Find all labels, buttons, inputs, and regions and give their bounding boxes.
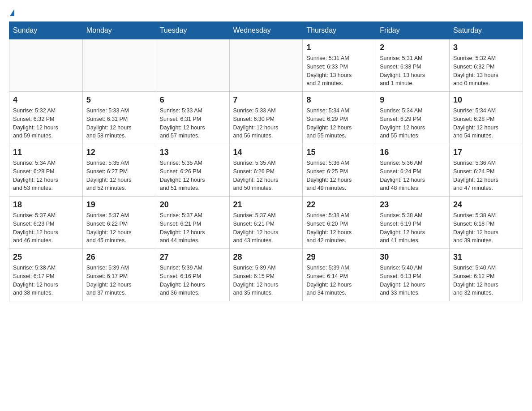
- logo-triangle-icon: [10, 9, 14, 16]
- day-number: 22: [306, 200, 372, 210]
- day-info: Sunrise: 5:31 AMSunset: 6:33 PMDaylight:…: [306, 54, 372, 88]
- day-info: Sunrise: 5:40 AMSunset: 6:12 PMDaylight:…: [453, 264, 519, 297]
- calendar-week-row: 25Sunrise: 5:38 AMSunset: 6:17 PMDayligh…: [9, 249, 523, 301]
- day-info: Sunrise: 5:37 AMSunset: 6:22 PMDaylight:…: [86, 211, 152, 245]
- day-number: 4: [13, 95, 79, 105]
- header: [9, 9, 523, 17]
- day-info: Sunrise: 5:38 AMSunset: 6:18 PMDaylight:…: [453, 211, 519, 245]
- day-info: Sunrise: 5:37 AMSunset: 6:21 PMDaylight:…: [160, 211, 226, 245]
- day-info: Sunrise: 5:33 AMSunset: 6:31 PMDaylight:…: [86, 107, 152, 140]
- day-info: Sunrise: 5:32 AMSunset: 6:32 PMDaylight:…: [13, 107, 79, 140]
- day-info: Sunrise: 5:34 AMSunset: 6:28 PMDaylight:…: [13, 159, 79, 193]
- calendar-cell: 26Sunrise: 5:39 AMSunset: 6:17 PMDayligh…: [82, 249, 156, 301]
- day-number: 25: [13, 253, 79, 262]
- day-number: 2: [380, 43, 446, 52]
- day-number: 31: [453, 253, 519, 262]
- calendar-cell: 10Sunrise: 5:34 AMSunset: 6:28 PMDayligh…: [450, 92, 523, 144]
- day-info: Sunrise: 5:38 AMSunset: 6:20 PMDaylight:…: [306, 211, 372, 245]
- day-number: 1: [306, 43, 372, 52]
- day-number: 28: [233, 253, 299, 262]
- day-info: Sunrise: 5:32 AMSunset: 6:32 PMDaylight:…: [453, 54, 519, 88]
- day-info: Sunrise: 5:38 AMSunset: 6:17 PMDaylight:…: [13, 264, 79, 297]
- day-info: Sunrise: 5:39 AMSunset: 6:17 PMDaylight:…: [86, 264, 152, 297]
- calendar-cell: [156, 39, 229, 92]
- day-number: 3: [453, 43, 519, 52]
- day-number: 24: [453, 200, 519, 210]
- calendar-cell: 8Sunrise: 5:34 AMSunset: 6:29 PMDaylight…: [303, 92, 376, 144]
- day-number: 13: [160, 148, 226, 157]
- column-header-thursday: Thursday: [303, 22, 376, 39]
- calendar-header-row: SundayMondayTuesdayWednesdayThursdayFrid…: [9, 22, 523, 39]
- day-number: 6: [160, 95, 226, 105]
- calendar-cell: [229, 39, 303, 92]
- day-info: Sunrise: 5:39 AMSunset: 6:15 PMDaylight:…: [233, 264, 299, 297]
- day-info: Sunrise: 5:35 AMSunset: 6:27 PMDaylight:…: [86, 159, 152, 193]
- calendar-cell: 31Sunrise: 5:40 AMSunset: 6:12 PMDayligh…: [450, 249, 523, 301]
- day-info: Sunrise: 5:34 AMSunset: 6:28 PMDaylight:…: [453, 107, 519, 140]
- column-header-monday: Monday: [82, 22, 156, 39]
- day-number: 23: [380, 200, 446, 210]
- calendar-table: SundayMondayTuesdayWednesdayThursdayFrid…: [9, 21, 523, 301]
- day-number: 15: [306, 148, 372, 157]
- column-header-tuesday: Tuesday: [156, 22, 229, 39]
- calendar-week-row: 18Sunrise: 5:37 AMSunset: 6:23 PMDayligh…: [9, 197, 523, 249]
- calendar-cell: 29Sunrise: 5:39 AMSunset: 6:14 PMDayligh…: [303, 249, 376, 301]
- calendar-cell: 13Sunrise: 5:35 AMSunset: 6:26 PMDayligh…: [156, 144, 229, 197]
- calendar-cell: [82, 39, 156, 92]
- day-number: 11: [13, 148, 79, 157]
- day-number: 16: [380, 148, 446, 157]
- day-info: Sunrise: 5:36 AMSunset: 6:25 PMDaylight:…: [306, 159, 372, 193]
- day-number: 26: [86, 253, 152, 262]
- day-info: Sunrise: 5:40 AMSunset: 6:13 PMDaylight:…: [380, 264, 446, 297]
- day-number: 5: [86, 95, 152, 105]
- calendar-cell: 24Sunrise: 5:38 AMSunset: 6:18 PMDayligh…: [450, 197, 523, 249]
- column-header-friday: Friday: [376, 22, 450, 39]
- calendar-cell: 14Sunrise: 5:35 AMSunset: 6:26 PMDayligh…: [229, 144, 303, 197]
- day-info: Sunrise: 5:36 AMSunset: 6:24 PMDaylight:…: [380, 159, 446, 193]
- day-number: 27: [160, 253, 226, 262]
- calendar-week-row: 4Sunrise: 5:32 AMSunset: 6:32 PMDaylight…: [9, 92, 523, 144]
- calendar-cell: 23Sunrise: 5:38 AMSunset: 6:19 PMDayligh…: [376, 197, 450, 249]
- day-info: Sunrise: 5:34 AMSunset: 6:29 PMDaylight:…: [306, 107, 372, 140]
- day-info: Sunrise: 5:33 AMSunset: 6:30 PMDaylight:…: [233, 107, 299, 140]
- day-number: 8: [306, 95, 372, 105]
- day-number: 20: [160, 200, 226, 210]
- day-number: 18: [13, 200, 79, 210]
- calendar-cell: 1Sunrise: 5:31 AMSunset: 6:33 PMDaylight…: [303, 39, 376, 92]
- calendar-cell: 27Sunrise: 5:39 AMSunset: 6:16 PMDayligh…: [156, 249, 229, 301]
- calendar-cell: 16Sunrise: 5:36 AMSunset: 6:24 PMDayligh…: [376, 144, 450, 197]
- day-info: Sunrise: 5:38 AMSunset: 6:19 PMDaylight:…: [380, 211, 446, 245]
- calendar-cell: 18Sunrise: 5:37 AMSunset: 6:23 PMDayligh…: [9, 197, 83, 249]
- column-header-wednesday: Wednesday: [229, 22, 303, 39]
- calendar-cell: 25Sunrise: 5:38 AMSunset: 6:17 PMDayligh…: [9, 249, 83, 301]
- day-info: Sunrise: 5:31 AMSunset: 6:33 PMDaylight:…: [380, 54, 446, 88]
- calendar-cell: 12Sunrise: 5:35 AMSunset: 6:27 PMDayligh…: [82, 144, 156, 197]
- calendar-cell: 11Sunrise: 5:34 AMSunset: 6:28 PMDayligh…: [9, 144, 83, 197]
- calendar-cell: 20Sunrise: 5:37 AMSunset: 6:21 PMDayligh…: [156, 197, 229, 249]
- day-number: 14: [233, 148, 299, 157]
- day-number: 17: [453, 148, 519, 157]
- calendar-cell: 21Sunrise: 5:37 AMSunset: 6:21 PMDayligh…: [229, 197, 303, 249]
- day-number: 12: [86, 148, 152, 157]
- calendar-cell: 22Sunrise: 5:38 AMSunset: 6:20 PMDayligh…: [303, 197, 376, 249]
- day-info: Sunrise: 5:39 AMSunset: 6:14 PMDaylight:…: [306, 264, 372, 297]
- day-info: Sunrise: 5:36 AMSunset: 6:24 PMDaylight:…: [453, 159, 519, 193]
- day-number: 30: [380, 253, 446, 262]
- logo: [9, 9, 14, 17]
- day-number: 10: [453, 95, 519, 105]
- day-number: 21: [233, 200, 299, 210]
- calendar-week-row: 1Sunrise: 5:31 AMSunset: 6:33 PMDaylight…: [9, 39, 523, 92]
- column-header-sunday: Sunday: [9, 22, 83, 39]
- calendar-cell: 7Sunrise: 5:33 AMSunset: 6:30 PMDaylight…: [229, 92, 303, 144]
- day-number: 29: [306, 253, 372, 262]
- calendar-cell: [9, 39, 83, 92]
- day-info: Sunrise: 5:33 AMSunset: 6:31 PMDaylight:…: [160, 107, 226, 140]
- calendar-week-row: 11Sunrise: 5:34 AMSunset: 6:28 PMDayligh…: [9, 144, 523, 197]
- calendar-cell: 15Sunrise: 5:36 AMSunset: 6:25 PMDayligh…: [303, 144, 376, 197]
- calendar-cell: 5Sunrise: 5:33 AMSunset: 6:31 PMDaylight…: [82, 92, 156, 144]
- day-info: Sunrise: 5:34 AMSunset: 6:29 PMDaylight:…: [380, 107, 446, 140]
- calendar-cell: 4Sunrise: 5:32 AMSunset: 6:32 PMDaylight…: [9, 92, 83, 144]
- calendar-cell: 3Sunrise: 5:32 AMSunset: 6:32 PMDaylight…: [450, 39, 523, 92]
- calendar-cell: 30Sunrise: 5:40 AMSunset: 6:13 PMDayligh…: [376, 249, 450, 301]
- calendar-cell: 2Sunrise: 5:31 AMSunset: 6:33 PMDaylight…: [376, 39, 450, 92]
